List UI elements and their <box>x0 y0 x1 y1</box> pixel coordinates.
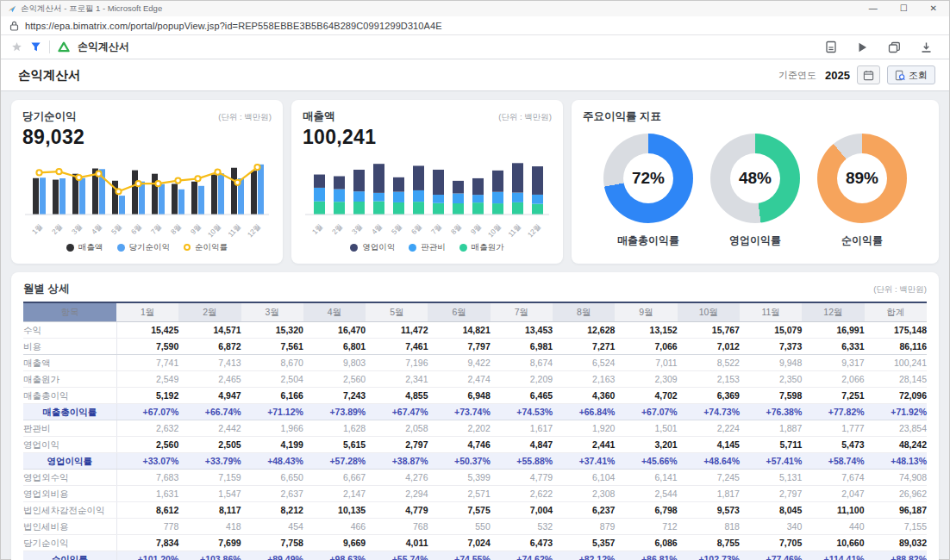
cell-value: 23,854 <box>865 420 927 437</box>
table-month-column-header: 10월 <box>678 302 740 322</box>
table-row: 수익15,42514,57115,32016,47011,47214,82113… <box>23 322 927 339</box>
cell-value: 13,152 <box>615 322 677 339</box>
row-label: 비용 <box>23 339 116 355</box>
cell-value: 2,350 <box>740 371 802 388</box>
cell-value: 6,237 <box>553 502 615 519</box>
cell-value: +67.47% <box>366 404 428 420</box>
cell-value: 6,798 <box>615 502 677 519</box>
download-icon[interactable] <box>921 41 932 53</box>
cell-value: 1,617 <box>491 420 553 437</box>
donut-label: 영업이익률 <box>729 233 781 248</box>
monthly-detail-unit-label: (단위 : 백만원) <box>873 284 927 296</box>
svg-text:8월: 8월 <box>449 222 463 236</box>
favorite-star-icon[interactable] <box>11 41 22 53</box>
net-income-unit-label: (단위 : 백만원) <box>218 112 272 123</box>
cell-value: 2,560 <box>116 437 178 453</box>
cell-value: 4,947 <box>178 388 241 404</box>
svg-text:3월: 3월 <box>350 222 364 236</box>
cell-value: 9,803 <box>303 355 366 371</box>
cell-value: +48.43% <box>241 453 303 470</box>
donut-value: 48% <box>730 153 780 203</box>
table-row: 매출액7,7417,4138,6709,8037,1969,4228,6746,… <box>23 355 927 371</box>
cell-value: 7,196 <box>366 355 428 371</box>
monthly-detail-title: 월별 상세 <box>23 282 69 296</box>
cell-value: 7,066 <box>615 339 677 355</box>
cell-value: 11,100 <box>802 502 864 519</box>
donut-ring: 48% <box>710 134 800 223</box>
cell-value: 2,637 <box>241 486 303 502</box>
cell-value: 2,465 <box>178 371 241 388</box>
cell-value: 1,501 <box>615 420 677 437</box>
row-label: 판관비 <box>23 420 116 437</box>
cell-value: +77.82% <box>802 404 864 420</box>
close-button[interactable]: ✕ <box>930 4 937 13</box>
filter-funnel-icon[interactable] <box>30 41 41 53</box>
cell-value: 1,777 <box>802 420 864 437</box>
cell-value: 418 <box>178 519 241 535</box>
cell-value: 6,166 <box>241 388 303 404</box>
cell-value: 532 <box>491 519 553 535</box>
minimize-button[interactable]: — <box>869 4 878 13</box>
svg-text:11월: 11월 <box>226 222 242 239</box>
svg-text:4월: 4월 <box>90 222 103 236</box>
cell-value: 2,147 <box>303 486 366 502</box>
cell-value: 7,245 <box>678 470 740 486</box>
series-dot-icon <box>409 244 416 252</box>
legend-item: 순이익률 <box>184 242 228 253</box>
svg-text:12월: 12월 <box>526 222 542 240</box>
cell-value: 6,331 <box>802 339 864 355</box>
cell-value: 2,209 <box>491 371 553 388</box>
page-title: 손익계산서 <box>18 67 81 84</box>
cell-value: 7,699 <box>178 535 241 551</box>
cell-value: 5,357 <box>553 535 615 551</box>
cell-value: 7,413 <box>178 355 241 371</box>
cell-value: +50.37% <box>428 453 490 470</box>
cell-value: +73.74% <box>428 404 490 420</box>
url-text: https://epa.bimatrix.com/portal/popupVie… <box>25 21 442 31</box>
cell-value: 8,117 <box>178 502 241 519</box>
row-label: 법인세비용 <box>23 519 116 535</box>
table-row: 비용7,5906,8727,5616,8017,4617,7976,9817,2… <box>23 339 927 355</box>
cell-value: 2,294 <box>366 486 428 502</box>
calendar-picker-button[interactable] <box>857 65 880 84</box>
cell-value: 2,153 <box>678 371 740 388</box>
maximize-button[interactable]: ☐ <box>900 4 908 13</box>
cell-value: 15,320 <box>241 322 303 339</box>
cell-value: 4,746 <box>428 437 490 453</box>
cell-value: 6,981 <box>491 339 553 355</box>
cell-value: 7,741 <box>116 355 178 371</box>
cell-value: 2,632 <box>116 420 178 437</box>
revenue-card: 매출액 (단위 : 백만원) 100,241 1월2월3월4월5월6월7월8월9… <box>291 100 563 264</box>
svg-text:6월: 6월 <box>409 222 423 236</box>
address-bar[interactable]: https://epa.bimatrix.com/portal/popupVie… <box>1 16 949 35</box>
report-document-icon[interactable] <box>825 40 837 53</box>
cell-value: 9,422 <box>428 355 490 371</box>
cell-value: +37.41% <box>553 453 615 470</box>
cell-value: 2,441 <box>553 437 615 453</box>
cell-value: 6,667 <box>303 470 366 486</box>
cell-value: 6,473 <box>491 535 553 551</box>
cell-value: 2,797 <box>740 486 802 502</box>
cell-value: 4,779 <box>491 470 553 486</box>
report-bookmark-title[interactable]: 손익계산서 <box>78 40 129 54</box>
search-query-button[interactable]: 조회 <box>887 65 935 84</box>
legend-item: 당기순이익 <box>117 242 171 253</box>
cell-value: 1,966 <box>241 420 303 437</box>
net-income-card-title: 당기순이익 <box>22 109 77 124</box>
cell-value: 1,631 <box>116 486 178 502</box>
copy-windows-icon[interactable] <box>888 41 901 53</box>
svg-text:5월: 5월 <box>390 222 403 236</box>
cell-value: 5,615 <box>303 437 366 453</box>
svg-text:12월: 12월 <box>246 222 262 240</box>
monthly-detail-table: 항목1월2월3월4월5월6월7월8월9월10월11월12월합계 수익15,425… <box>23 302 927 560</box>
donut-gauge: 72%매출총이익률 <box>603 134 693 248</box>
cell-value: +82.12% <box>553 551 615 560</box>
cell-value: 6,104 <box>553 470 615 486</box>
run-play-icon[interactable] <box>857 41 868 53</box>
cell-value: 10,660 <box>802 535 864 551</box>
cell-value: 2,549 <box>116 371 178 388</box>
cell-value: 7,159 <box>178 470 241 486</box>
cell-value: 5,192 <box>116 388 178 404</box>
svg-text:7월: 7월 <box>429 222 443 236</box>
cell-value: 768 <box>366 519 428 535</box>
